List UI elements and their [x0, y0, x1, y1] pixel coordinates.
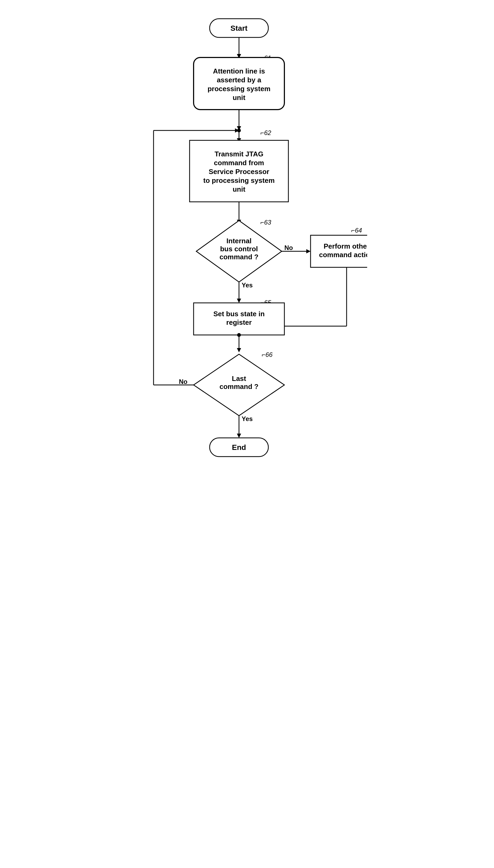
svg-text:to processing system: to processing system [203, 177, 274, 184]
svg-marker-48 [237, 348, 241, 352]
svg-text:Internal: Internal [226, 237, 251, 245]
svg-text:No: No [179, 378, 187, 385]
flowchart-svg: Start ⌐61 Attention line is asserted by … [127, 11, 367, 855]
svg-text:processing system: processing system [208, 85, 270, 93]
svg-marker-60 [237, 434, 241, 438]
svg-text:Start: Start [230, 24, 248, 32]
svg-text:command ?: command ? [220, 253, 259, 261]
svg-text:No: No [284, 244, 293, 251]
svg-marker-31 [306, 249, 310, 253]
svg-text:unit: unit [233, 94, 245, 102]
svg-text:command action: command action [319, 251, 367, 259]
svg-text:bus control: bus control [220, 245, 258, 253]
svg-text:register: register [226, 319, 251, 326]
svg-text:Transmit JTAG: Transmit JTAG [214, 150, 263, 158]
svg-marker-41 [237, 299, 241, 303]
svg-point-47 [237, 333, 241, 337]
svg-text:Set bus state in: Set bus state in [213, 310, 265, 318]
svg-text:Last: Last [232, 375, 246, 382]
svg-text:⌐63: ⌐63 [260, 219, 271, 226]
svg-text:Yes: Yes [242, 415, 253, 422]
svg-text:Attention line is: Attention line is [213, 67, 265, 75]
svg-text:⌐62: ⌐62 [260, 129, 271, 136]
svg-text:unit: unit [233, 185, 245, 193]
svg-text:End: End [232, 443, 246, 452]
flowchart-diagram: Start ⌐61 Attention line is asserted by … [127, 11, 367, 855]
svg-text:command from: command from [214, 159, 264, 167]
svg-text:asserted by a: asserted by a [217, 76, 261, 84]
svg-text:command ?: command ? [220, 382, 259, 391]
svg-text:Yes: Yes [242, 282, 253, 289]
svg-text:⌐66: ⌐66 [262, 351, 273, 358]
svg-text:Perform other: Perform other [324, 242, 367, 250]
svg-text:Service Processor: Service Processor [209, 168, 269, 176]
svg-text:⌐64: ⌐64 [351, 227, 362, 234]
